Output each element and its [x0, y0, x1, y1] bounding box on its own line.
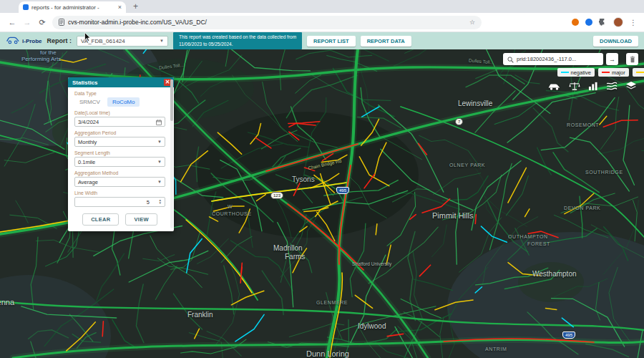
data-type-label: Data Type	[74, 91, 165, 96]
report-select-value: VA_FDB_061424	[81, 38, 125, 44]
calendar-icon[interactable]	[156, 115, 162, 128]
legend-major-label: major	[612, 69, 625, 76]
panel-buttons: CLEAR VIEW	[74, 213, 165, 226]
tab-strip: reports - for administrator - × +	[0, 0, 644, 13]
search-value: prid:182002436_-117.0...	[517, 56, 576, 62]
report-list-button[interactable]: REPORT LIST	[307, 36, 356, 47]
map-search-control: prid:182002436_-117.0... →	[503, 53, 638, 65]
line-width-input[interactable]	[78, 199, 150, 205]
new-tab-button[interactable]: +	[133, 1, 138, 11]
statistics-panel-header[interactable]: Statistics ✕	[68, 77, 174, 87]
browser-menu-icon[interactable]: ⋮	[630, 19, 637, 26]
date-label: Date(Local time)	[74, 110, 165, 115]
back-icon[interactable]: ←	[7, 18, 17, 26]
map-container: for the Performing Arts Dulles Toll... D…	[0, 49, 644, 358]
legend-item-negative: negative	[557, 68, 595, 77]
address-bar[interactable]: cvs-monitor-admin.i-probe-inc.com/US_VA/…	[52, 16, 482, 29]
legend-negative-label: negative	[571, 69, 591, 76]
segment-length-label: Segment Length	[74, 150, 165, 155]
delete-button[interactable]	[626, 53, 638, 65]
browser-toolbar: ← → ⟳ cvs-monitor-admin.i-probe-inc.com/…	[0, 13, 644, 32]
tab-favicon-icon	[23, 4, 29, 10]
vehicle-layer-icon[interactable]	[547, 81, 561, 94]
report-select[interactable]: VA_FDB_061424 ▼	[77, 36, 168, 47]
app-logo: i-Probe	[6, 34, 42, 47]
bookmark-star-icon[interactable]: ☆	[469, 19, 475, 26]
aggregation-method-select[interactable]: Average ▼	[74, 177, 165, 187]
chevron-down-icon: ▼	[157, 160, 162, 164]
chevron-down-icon: ▼	[157, 180, 162, 184]
layers-icon[interactable]	[625, 81, 637, 94]
banner-line2: 11/06/2023 to 05/25/2024.	[179, 41, 296, 48]
page-info-icon[interactable]	[59, 16, 64, 29]
url-text: cvs-monitor-admin.i-probe-inc.com/US_VA/…	[68, 19, 466, 26]
date-field[interactable]	[74, 117, 165, 127]
congestion-lines-icon[interactable]	[606, 81, 618, 94]
tab-rocomo[interactable]: RoCoMo	[107, 97, 140, 107]
legend-negative-swatch	[561, 72, 569, 74]
search-go-button[interactable]: →	[606, 53, 618, 65]
forward-icon[interactable]: →	[22, 18, 32, 26]
interstate-shield: 495	[336, 187, 349, 194]
extensions-puzzle-icon[interactable]	[599, 16, 607, 29]
aggregation-period-select[interactable]: Monthly ▼	[74, 137, 165, 147]
app-toolbar: i-Probe Report : VA_FDB_061424 ▼ This re…	[0, 32, 644, 49]
aggregation-method-label: Aggregation Method	[74, 170, 165, 175]
extension-orange-icon[interactable]	[572, 19, 579, 26]
statistics-panel: Statistics ✕ Data Type SRMCV RoCoMo Date…	[68, 77, 174, 231]
map-search-box[interactable]: prid:182002436_-117.0...	[503, 53, 603, 65]
aggregation-period-value: Monthly	[78, 139, 97, 145]
tab-title: reports - for administrator -	[31, 4, 115, 11]
panel-scrollbar-thumb[interactable]	[170, 79, 173, 121]
browser-action-icons: ⋮	[572, 16, 637, 29]
clear-button[interactable]: CLEAR	[82, 213, 119, 226]
app-logo-text: i-Probe	[22, 38, 42, 44]
compare-scale-icon[interactable]	[569, 81, 580, 94]
download-button[interactable]: DOWNLOAD	[593, 36, 638, 47]
view-button[interactable]: VIEW	[125, 213, 157, 226]
segment-length-select[interactable]: 0.1mile ▼	[74, 157, 165, 167]
date-input[interactable]	[78, 119, 144, 125]
aggregation-period-label: Aggregation Period	[74, 130, 165, 135]
map-tools	[547, 81, 637, 94]
banner-line1: This report was created based on the dat…	[179, 34, 296, 41]
panel-scrollbar[interactable]	[170, 79, 173, 228]
route-shield: 123	[270, 192, 283, 199]
report-data-button[interactable]: REPORT DATA	[361, 36, 411, 47]
car-logo-icon	[6, 34, 20, 47]
line-width-field[interactable]: ▲▼	[74, 197, 165, 207]
chevron-down-icon: ▼	[160, 39, 164, 43]
reload-icon[interactable]: ⟳	[37, 18, 47, 27]
statistics-panel-title: Statistics	[72, 79, 98, 86]
legend-item-major: major	[598, 68, 629, 77]
report-label: Report :	[47, 37, 72, 44]
map-legend: negative major ph	[557, 68, 644, 77]
tab-close-icon[interactable]: ×	[118, 4, 122, 11]
interstate-shield: 495	[562, 332, 575, 339]
statistics-panel-body: Data Type SRMCV RoCoMo Date(Local time) …	[68, 87, 174, 231]
statistics-chart-icon[interactable]	[588, 81, 598, 94]
profile-avatar[interactable]	[613, 17, 623, 27]
data-type-tabs: SRMCV RoCoMo	[74, 97, 165, 107]
tab-srmcv[interactable]: SRMCV	[74, 97, 105, 107]
browser-tab[interactable]: reports - for administrator - ×	[19, 1, 126, 13]
line-width-label: Line Width	[74, 190, 165, 195]
extension-blue-icon[interactable]	[585, 19, 592, 26]
legend-major-swatch	[602, 72, 610, 74]
legend-item-ph: ph	[633, 68, 644, 77]
chevron-down-icon: ▼	[157, 140, 162, 144]
search-icon	[507, 53, 514, 66]
number-stepper[interactable]: ▲▼	[159, 199, 162, 205]
report-info-banner: This report was created based on the dat…	[173, 32, 302, 49]
aggregation-method-value: Average	[78, 179, 98, 185]
legend-ph-swatch	[636, 72, 644, 74]
segment-length-value: 0.1mile	[78, 159, 95, 165]
